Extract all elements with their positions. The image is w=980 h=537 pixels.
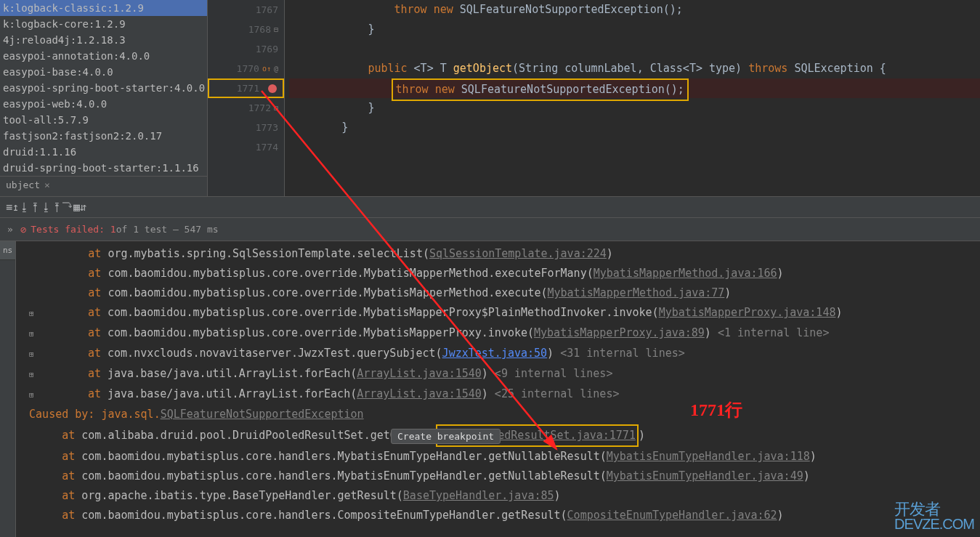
override-icon[interactable]: o↑ bbox=[262, 59, 271, 78]
fold-icon[interactable]: ⊟ bbox=[274, 98, 278, 118]
sidebar-item[interactable]: k:logback-core:1.2.9 bbox=[0, 16, 207, 32]
expand-icon[interactable]: ⊞ bbox=[29, 350, 34, 359]
stack-frame: ⊞ at com.baomidou.mybatisplus.core.overr… bbox=[16, 303, 980, 323]
stack-frame: at org.apache.ibatis.type.BaseTypeHandle… bbox=[16, 486, 980, 506]
sidebar-item[interactable]: tool-all:5.7.9 bbox=[0, 112, 207, 128]
expand-icon[interactable]: ⊞ bbox=[29, 370, 34, 379]
code-text: (); bbox=[663, 3, 683, 16]
source-link[interactable]: MybatisMapperMethod.java:77 bbox=[548, 286, 725, 299]
line-number[interactable]: 1773 bbox=[208, 118, 284, 137]
toolbar-icon[interactable]: ▦ bbox=[73, 201, 80, 214]
line-number-breakpoint[interactable]: 1771 bbox=[208, 78, 284, 98]
source-link[interactable]: ArrayList.java:1540 bbox=[357, 367, 482, 380]
line-number[interactable]: 1767 bbox=[208, 0, 284, 20]
sidebar-item[interactable]: easypoi-spring-boot-starter:4.0.0 bbox=[0, 80, 207, 96]
expand-icon[interactable]: ⊞ bbox=[29, 329, 34, 339]
stack-frame: ⊞ at java.base/java.util.ArrayList.forEa… bbox=[16, 384, 980, 405]
sidebar-item[interactable]: k:logback-classic:1.2.9 bbox=[0, 0, 207, 16]
source-link[interactable]: ArrayList.java:1540 bbox=[357, 387, 482, 400]
exception-link[interactable]: SQLFeatureNotSupportedException bbox=[161, 408, 364, 421]
sidebar-tab[interactable]: ubject × bbox=[0, 176, 207, 193]
code-text: SQLFeatureNotSupportedException bbox=[460, 3, 663, 16]
code-text: throw new bbox=[394, 3, 460, 16]
toolbar-icon[interactable]: ≡ bbox=[6, 201, 12, 214]
sidebar-item[interactable]: 4j:reload4j:1.2.18.3 bbox=[0, 32, 207, 48]
source-link[interactable]: JwzxTest.java:50 bbox=[442, 347, 548, 360]
source-link[interactable]: MybatisEnumTypeHandler.java:49 bbox=[607, 469, 803, 483]
sidebar-item[interactable]: druid-spring-boot-starter:1.1.16 bbox=[0, 160, 207, 176]
line-number[interactable]: 1770o↑@ bbox=[208, 59, 284, 78]
breakpoint-icon[interactable] bbox=[268, 84, 277, 93]
close-icon[interactable]: × bbox=[44, 179, 50, 190]
tab-label: ubject bbox=[6, 179, 40, 190]
source-link[interactable]: CompositeEnumTypeHandler.java:62 bbox=[567, 509, 777, 522]
console-output[interactable]: at org.mybatis.spring.SqlSessionTemplate… bbox=[16, 241, 980, 537]
stack-frame: ⊞ at com.nvxclouds.novavitaserver.JwzxTe… bbox=[16, 344, 980, 364]
tests-failed-label: Tests failed: bbox=[31, 224, 105, 235]
code-area[interactable]: throw new SQLFeatureNotSupportedExceptio… bbox=[285, 0, 980, 196]
code-text: SQLException { bbox=[794, 62, 886, 75]
code-text: (String columnLabel, Class<T> type) bbox=[512, 62, 748, 75]
code-text: public bbox=[368, 62, 413, 75]
sidebar-item[interactable]: druid:1.1.16 bbox=[0, 144, 207, 160]
line-number[interactable]: 1769 bbox=[208, 39, 284, 59]
code-editor[interactable]: 1767 1768⊟ 1769 1770o↑@ 1771 1772⊟ 1773 … bbox=[208, 0, 980, 196]
at-icon: @ bbox=[274, 59, 278, 78]
code-text: SQLFeatureNotSupportedException bbox=[461, 83, 665, 96]
toolbar-icon[interactable]: ⭳ bbox=[41, 201, 52, 214]
annotation-text: 1771行 bbox=[690, 398, 742, 421]
fold-icon[interactable]: ⊟ bbox=[274, 20, 278, 39]
code-text: getObject bbox=[453, 62, 512, 75]
sidebar-item[interactable]: fastjson2:fastjson2:2.0.17 bbox=[0, 128, 207, 144]
toolbar-icon[interactable]: ⭱ bbox=[30, 201, 41, 214]
stack-frame: at com.baomidou.mybatisplus.core.handler… bbox=[16, 447, 980, 467]
line-number[interactable]: 1768⊟ bbox=[208, 20, 284, 39]
toolbar-icon[interactable]: ⭳ bbox=[19, 201, 30, 214]
code-text: } bbox=[368, 101, 374, 114]
stack-frame: at com.baomidou.mybatisplus.core.handler… bbox=[16, 506, 980, 525]
code-text: <T> T bbox=[414, 62, 453, 75]
test-summary: of 1 test – 547 ms bbox=[116, 224, 219, 235]
code-text: new bbox=[435, 83, 461, 96]
code-text: throw bbox=[396, 83, 435, 96]
toolbar-icon[interactable]: ⤵ bbox=[62, 201, 73, 214]
stack-frame: at com.baomidou.mybatisplus.core.overrid… bbox=[16, 283, 980, 303]
watermark: 开发者 DEVZE.COM bbox=[894, 502, 974, 531]
side-tab[interactable]: ns bbox=[0, 241, 15, 260]
source-link[interactable]: MybatisEnumTypeHandler.java:118 bbox=[607, 450, 810, 463]
sidebar-item[interactable]: easypoi-base:4.0.0 bbox=[0, 64, 207, 80]
run-toolbar: ≡↥⭳⭱⭳⭱⤵▦⇵ bbox=[0, 196, 980, 218]
expand-icon[interactable]: ⊞ bbox=[29, 309, 34, 318]
code-text: throws bbox=[748, 62, 794, 75]
source-link[interactable]: BaseTypeHandler.java:85 bbox=[403, 489, 554, 502]
sidebar-item[interactable]: easypoi-annotation:4.0.0 bbox=[0, 48, 207, 64]
fail-icon: ⊘ bbox=[20, 224, 26, 235]
expand-icon[interactable]: ⊞ bbox=[29, 390, 34, 400]
source-link[interactable]: SqlSessionTemplate.java:224 bbox=[429, 247, 607, 260]
stack-frame: ⊞ at java.base/java.util.ArrayList.forEa… bbox=[16, 364, 980, 384]
fail-count: 1 bbox=[110, 224, 116, 235]
source-link[interactable]: MybatisMapperProxy.java:148 bbox=[659, 306, 836, 319]
stack-frame: at com.baomidou.mybatisplus.core.overrid… bbox=[16, 264, 980, 283]
create-breakpoint-tooltip[interactable]: Create breakpoint bbox=[391, 429, 501, 444]
toolbar-icon[interactable]: ↥ bbox=[12, 201, 19, 214]
code-text: } bbox=[341, 121, 348, 134]
test-status-bar: » ⊘ Tests failed: 1 of 1 test – 547 ms bbox=[0, 218, 980, 241]
source-link[interactable]: MybatisMapperMethod.java:166 bbox=[594, 267, 777, 280]
stack-frame: ⊞ at com.baomidou.mybatisplus.core.overr… bbox=[16, 323, 980, 344]
line-number[interactable]: 1774 bbox=[208, 137, 284, 157]
source-link[interactable]: MybatisMapperProxy.java:89 bbox=[534, 326, 705, 339]
stack-frame: Caused by: java.sql.SQLFeatureNotSupport… bbox=[16, 405, 980, 424]
sidebar: k:logback-classic:1.2.9k:logback-core:1.… bbox=[0, 0, 208, 196]
stack-frame: at org.mybatis.spring.SqlSessionTemplate… bbox=[16, 244, 980, 264]
gutter: 1767 1768⊟ 1769 1770o↑@ 1771 1772⊟ 1773 … bbox=[208, 0, 285, 196]
toolbar-icon[interactable]: ⭱ bbox=[52, 201, 62, 214]
code-text: (); bbox=[665, 83, 684, 96]
line-number[interactable]: 1772⊟ bbox=[208, 98, 284, 118]
toolbar-icon[interactable]: ⇵ bbox=[80, 201, 86, 214]
stack-frame: at com.baomidou.mybatisplus.core.handler… bbox=[16, 467, 980, 486]
chevron-icon[interactable]: » bbox=[7, 224, 13, 235]
sidebar-item[interactable]: easypoi-web:4.0.0 bbox=[0, 96, 207, 112]
side-tabs: ns bbox=[0, 241, 16, 537]
code-text: } bbox=[368, 23, 374, 36]
